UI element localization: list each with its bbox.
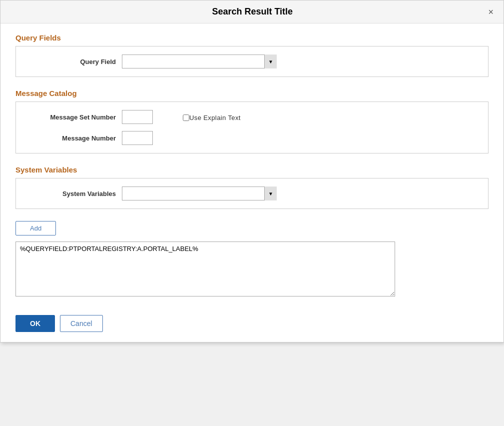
cancel-button[interactable]: Cancel bbox=[60, 315, 103, 332]
query-field-label: Query Field bbox=[26, 58, 116, 66]
query-field-row: Query Field bbox=[26, 54, 478, 68]
system-variables-select-wrapper bbox=[122, 186, 277, 200]
message-catalog-section: Message Set Number Message Number Use Ex… bbox=[15, 102, 489, 154]
message-number-row: Message Number bbox=[26, 131, 153, 145]
dialog-body: Query Fields Query Field Message Catalog… bbox=[0, 24, 504, 308]
system-variables-section: System Variables bbox=[15, 178, 489, 209]
explain-text-label-text: Use Explain Text bbox=[189, 114, 241, 122]
result-textarea-wrapper bbox=[15, 242, 489, 298]
system-variables-heading: System Variables bbox=[15, 166, 489, 174]
ok-button[interactable]: OK bbox=[15, 315, 55, 332]
message-fields: Message Set Number Message Number bbox=[26, 110, 153, 145]
dialog-footer: OK Cancel bbox=[0, 308, 504, 342]
query-fields-section: Query Field bbox=[15, 46, 489, 77]
dialog-title: Search Result Title bbox=[18, 6, 486, 17]
message-catalog-inner: Message Set Number Message Number Use Ex… bbox=[26, 110, 478, 145]
dialog-header: Search Result Title × bbox=[0, 0, 504, 24]
message-number-label: Message Number bbox=[26, 134, 116, 142]
add-button[interactable]: Add bbox=[15, 221, 56, 236]
search-result-title-dialog: Search Result Title × Query Fields Query… bbox=[0, 0, 504, 342]
query-fields-heading: Query Fields bbox=[15, 34, 489, 42]
close-button[interactable]: × bbox=[486, 8, 496, 16]
message-number-input[interactable] bbox=[122, 131, 153, 145]
explain-text-label[interactable]: Use Explain Text bbox=[183, 114, 241, 122]
result-textarea[interactable] bbox=[15, 242, 395, 296]
message-set-label: Message Set Number bbox=[26, 114, 116, 121]
message-catalog-heading: Message Catalog bbox=[15, 89, 489, 98]
explain-text-col: Use Explain Text bbox=[183, 110, 241, 122]
query-field-select[interactable] bbox=[122, 54, 277, 68]
query-field-select-wrapper bbox=[122, 54, 277, 68]
message-set-row: Message Set Number bbox=[26, 110, 153, 124]
system-variables-select[interactable] bbox=[122, 186, 277, 200]
message-set-input[interactable] bbox=[122, 110, 153, 124]
system-variables-label: System Variables bbox=[26, 190, 116, 198]
use-explain-text-checkbox[interactable] bbox=[183, 114, 189, 121]
system-variables-row: System Variables bbox=[26, 186, 478, 200]
